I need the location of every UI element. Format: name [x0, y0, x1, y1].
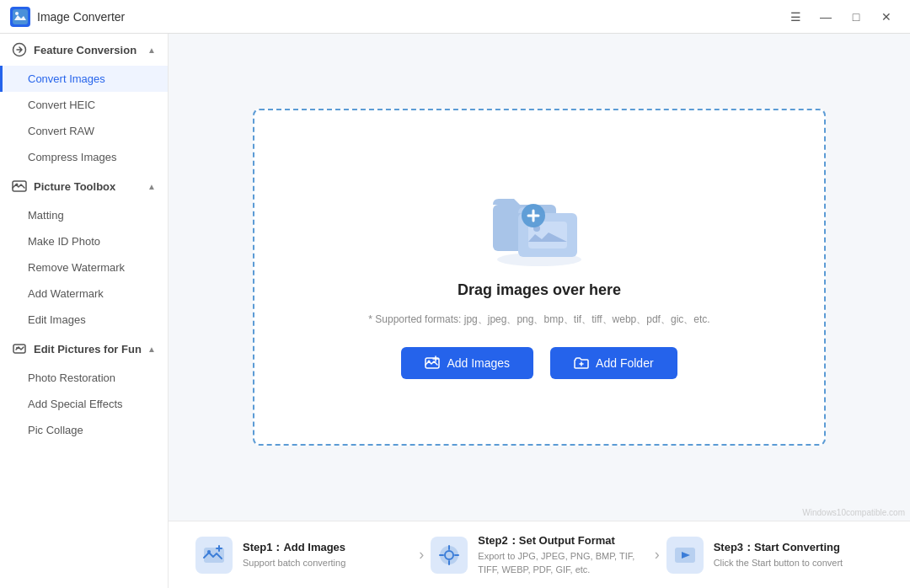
drop-zone-buttons: Add Images Add Folder [401, 347, 677, 379]
edit-pictures-icon [12, 341, 27, 356]
sidebar-item-convert-heic[interactable]: Convert HEIC [0, 92, 168, 118]
app-body: Feature Conversion ▲ Convert Images Conv… [0, 34, 910, 588]
picture-toolbox-label: Picture Toolbox [34, 180, 115, 193]
step2-text: Step2：Set Output Format Export to JPG, J… [478, 533, 647, 576]
svg-point-2 [15, 12, 19, 15]
step3-text: Step3：Start Converting Click the Start b… [714, 540, 843, 569]
picture-toolbox-icon [12, 179, 27, 194]
svg-point-5 [16, 184, 19, 186]
app-icon [10, 7, 30, 27]
titlebar: Image Converter ☰ — □ ✕ [0, 0, 910, 34]
sidebar-item-add-special-effects[interactable]: Add Special Effects [0, 391, 168, 417]
sidebar-section-feature-conversion[interactable]: Feature Conversion ▲ [0, 34, 168, 66]
svg-rect-1 [13, 9, 28, 24]
svg-point-23 [207, 550, 211, 553]
sidebar-item-make-id-photo[interactable]: Make ID Photo [0, 228, 168, 254]
picture-toolbox-chevron: ▲ [147, 182, 156, 191]
edit-pictures-chevron: ▲ [147, 345, 156, 354]
step1-text: Step1：Add Images Support batch convertin… [243, 540, 345, 569]
sidebar: Feature Conversion ▲ Convert Images Conv… [0, 34, 169, 588]
add-folder-button[interactable]: Add Folder [550, 347, 677, 379]
sidebar-section-edit-pictures-for-fun[interactable]: Edit Pictures for Fun ▲ [0, 333, 168, 365]
sidebar-item-remove-watermark[interactable]: Remove Watermark [0, 254, 168, 281]
add-folder-label: Add Folder [596, 356, 653, 370]
feature-conversion-chevron: ▲ [147, 45, 156, 55]
sidebar-item-convert-images[interactable]: Convert Images [0, 66, 168, 92]
drop-zone[interactable]: Drag images over here * Supported format… [253, 109, 826, 446]
sidebar-item-matting[interactable]: Matting [0, 202, 168, 228]
step1-icon [195, 537, 233, 574]
watermark: Windows10compatible.com [802, 508, 905, 517]
feature-conversion-icon [12, 42, 27, 57]
step1: Step1：Add Images Support batch convertin… [195, 537, 412, 574]
step-arrow-1: › [419, 546, 424, 564]
step-arrow-2: › [655, 546, 660, 564]
window-controls: ☰ — □ ✕ [782, 3, 900, 30]
steps-bar: Step1：Add Images Support batch convertin… [169, 521, 910, 588]
sidebar-item-photo-restoration[interactable]: Photo Restoration [0, 365, 168, 391]
main-content: Drag images over here * Supported format… [169, 34, 910, 588]
sidebar-item-convert-raw[interactable]: Convert RAW [0, 118, 168, 144]
svg-point-17 [428, 361, 431, 363]
edit-pictures-label: Edit Pictures for Fun [34, 343, 142, 355]
feature-conversion-label: Feature Conversion [34, 44, 136, 56]
sidebar-item-pic-collage[interactable]: Pic Collage [0, 417, 168, 443]
minimize-button[interactable]: — [812, 3, 839, 30]
step3: Step3：Start Converting Click the Start b… [666, 537, 883, 574]
sidebar-item-add-watermark[interactable]: Add Watermark [0, 281, 168, 307]
sidebar-item-compress-images[interactable]: Compress Images [0, 144, 168, 170]
add-images-button[interactable]: Add Images [401, 347, 533, 379]
app-title: Image Converter [37, 10, 782, 24]
close-button[interactable]: ✕ [873, 3, 900, 30]
add-images-btn-icon [425, 355, 440, 371]
sidebar-item-edit-images[interactable]: Edit Images [0, 307, 168, 333]
step2-title: Step2：Set Output Format [478, 533, 647, 548]
menu-button[interactable]: ☰ [782, 3, 809, 30]
step3-icon [666, 537, 704, 574]
step2-desc: Export to JPG, JPEG, PNG, BMP, TIF, TIFF… [478, 550, 647, 576]
step1-desc: Support batch converting [243, 557, 345, 569]
step3-desc: Click the Start button to convert [714, 557, 843, 569]
add-folder-btn-icon [574, 355, 589, 371]
folder-illustration [484, 175, 594, 268]
drop-zone-title: Drag images over here [458, 281, 621, 299]
add-images-label: Add Images [447, 356, 510, 370]
sidebar-section-picture-toolbox[interactable]: Picture Toolbox ▲ [0, 170, 168, 202]
content-area: Drag images over here * Supported format… [169, 34, 910, 521]
svg-point-7 [16, 347, 18, 349]
step3-title: Step3：Start Converting [714, 540, 843, 555]
step2: Step2：Set Output Format Export to JPG, J… [431, 533, 647, 576]
step2-icon [431, 537, 468, 574]
step1-title: Step1：Add Images [243, 540, 345, 555]
drop-zone-subtitle: * Supported formats: jpg、jpeg、png、bmp、ti… [368, 313, 709, 327]
maximize-button[interactable]: □ [843, 3, 870, 30]
